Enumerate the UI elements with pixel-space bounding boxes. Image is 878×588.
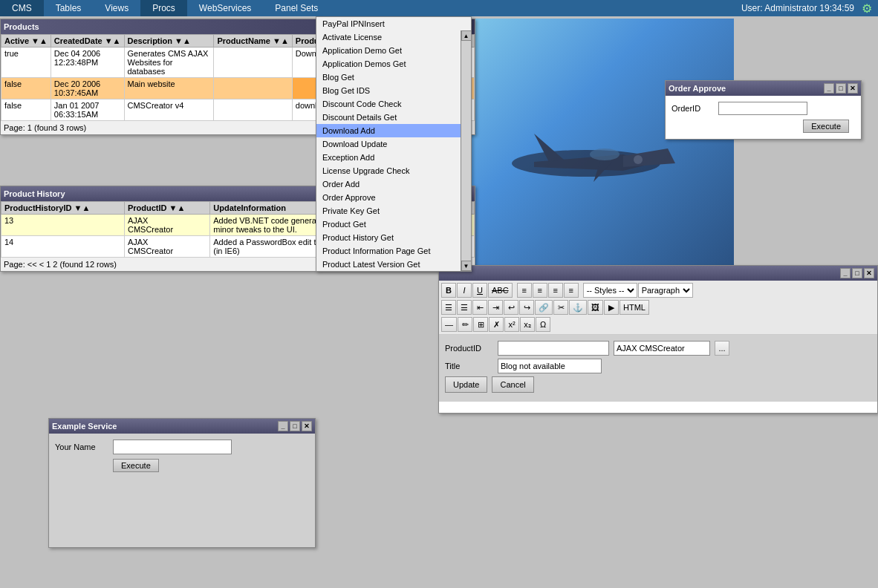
col-productid[interactable]: ProductID ▼▲ — [124, 202, 209, 215]
order-id-label: OrderID — [671, 104, 712, 113]
rtf-align-right-btn[interactable]: ≡ — [548, 283, 563, 298]
product-title-field[interactable] — [498, 359, 602, 373]
menu-exception-add[interactable]: Exception Add — [316, 151, 461, 164]
order-approve-minimize-btn[interactable]: _ — [824, 83, 834, 94]
rtf-image-btn[interactable]: 🖼 — [588, 300, 603, 315]
example-execute-btn[interactable]: Execute — [113, 459, 159, 472]
menu-discount-code-check[interactable]: Discount Code Check — [316, 97, 461, 111]
right-panel-close-btn[interactable]: ✕ — [864, 268, 874, 278]
product-id-field[interactable] — [498, 341, 609, 356]
product-cancel-btn[interactable]: Cancel — [492, 376, 533, 393]
gear-icon[interactable]: ⚙ — [862, 1, 878, 16]
rtf-underline-btn[interactable]: U — [472, 283, 487, 298]
menu-procs[interactable]: Procs — [140, 0, 187, 16]
example-service-minimize-btn[interactable]: _ — [278, 421, 288, 431]
rtf-unlink-btn[interactable]: ✂ — [553, 300, 568, 315]
example-service-title: Example Service — [52, 422, 278, 431]
menu-product-info-page-get[interactable]: Product Information Page Get — [316, 244, 461, 258]
rtf-subscript-btn[interactable]: x₂ — [520, 317, 535, 332]
menu-private-key-get[interactable]: Private Key Get — [316, 204, 461, 218]
menu-download-add[interactable]: Download Add — [316, 124, 461, 137]
menu-order-add[interactable]: Order Add — [316, 177, 461, 191]
svg-point-6 — [590, 148, 620, 160]
cell-hist-id: 14 — [1, 236, 125, 258]
menu-blog-get[interactable]: Blog Get — [316, 71, 461, 84]
product-id-form-row: ProductID ... — [445, 341, 871, 356]
menu-download-update[interactable]: Download Update — [316, 137, 461, 151]
rtf-paragraph-select[interactable]: Paragraph — [638, 283, 693, 298]
menu-cms[interactable]: CMS — [0, 0, 44, 16]
cell-productname — [214, 48, 292, 78]
rtf-outdent-btn[interactable]: ⇤ — [472, 300, 487, 315]
rtf-indent-btn[interactable]: ⇥ — [488, 300, 503, 315]
rtf-link-btn[interactable]: 🔗 — [535, 300, 553, 315]
menu-blog-get-ids[interactable]: Blog Get IDS — [316, 84, 461, 97]
menu-tables[interactable]: Tables — [44, 0, 94, 16]
col-productname[interactable]: ProductName ▼▲ — [214, 35, 292, 48]
cell-active: true — [1, 48, 51, 78]
menu-product-get[interactable]: Product Get — [316, 218, 461, 231]
rtf-anchor-btn[interactable]: ⚓ — [569, 300, 587, 315]
product-id-value-field[interactable] — [614, 341, 710, 356]
rtf-toolbar: B I U ABC ≡ ≡ ≡ ≡ -- Styles -- Paragraph… — [439, 281, 877, 335]
col-active[interactable]: Active ▼▲ — [1, 35, 51, 48]
rtf-del-btn[interactable]: ✗ — [489, 317, 504, 332]
example-service-close-btn[interactable]: ✕ — [302, 421, 312, 431]
rtf-redo-btn[interactable]: ↪ — [519, 300, 534, 315]
rtf-list-ordered-btn[interactable]: ☰ — [457, 300, 472, 315]
product-update-btn[interactable]: Update — [445, 376, 487, 393]
cell-created: Dec 04 200612:23:48PM — [51, 48, 124, 78]
menu-views[interactable]: Views — [93, 0, 140, 16]
rtf-flash-btn[interactable]: ▶ — [604, 300, 619, 315]
rtf-table-btn[interactable]: ⊞ — [473, 317, 488, 332]
example-service-titlebar: Example Service _ □ ✕ — [49, 419, 315, 434]
right-panel-maximize-btn[interactable]: □ — [852, 268, 862, 278]
rtf-undo-btn[interactable]: ↩ — [504, 300, 518, 315]
right-panel-minimize-btn[interactable]: _ — [840, 268, 851, 278]
menu-paypal-ipninsert[interactable]: PayPal IPNInsert — [316, 17, 461, 30]
your-name-input[interactable] — [113, 440, 232, 454]
order-approve-close-btn[interactable]: ✕ — [848, 83, 858, 94]
menu-order-approve[interactable]: Order Approve — [316, 191, 461, 204]
rtf-align-left-btn[interactable]: ≡ — [517, 283, 532, 298]
product-title-label: Title — [445, 362, 493, 370]
menu-discount-details-get[interactable]: Discount Details Get — [316, 111, 461, 124]
rtf-styles-select[interactable]: -- Styles -- — [583, 283, 637, 298]
rtf-italic-btn[interactable]: I — [457, 283, 472, 298]
rtf-strikethrough-btn[interactable]: ABC — [488, 283, 513, 298]
col-description[interactable]: Description ▼▲ — [124, 35, 214, 48]
scroll-up-btn[interactable]: ▲ — [461, 30, 472, 41]
col-createddate[interactable]: CreatedDate ▼▲ — [51, 35, 124, 48]
col-producthistoryid[interactable]: ProductHistoryID ▼▲ — [1, 202, 125, 215]
rtf-align-center-btn[interactable]: ≡ — [533, 283, 547, 298]
menu-panelsets[interactable]: Panel Sets — [263, 0, 330, 16]
cell-description: CMSCreator v4 — [124, 99, 214, 121]
rtf-align-justify-btn[interactable]: ≡ — [564, 283, 579, 298]
rtf-rule-btn[interactable]: — — [441, 317, 457, 332]
product-id-label: ProductID — [445, 344, 493, 353]
your-name-row: Your Name — [55, 440, 309, 454]
rtf-html-btn[interactable]: HTML — [620, 300, 649, 315]
order-approve-maximize-btn[interactable]: □ — [836, 83, 846, 94]
example-service-maximize-btn[interactable]: □ — [290, 421, 300, 431]
rtf-superscript-btn[interactable]: x² — [504, 317, 519, 332]
product-title-form-row: Title — [445, 359, 871, 373]
product-id-browse-btn[interactable]: ... — [715, 341, 729, 356]
order-execute-btn[interactable]: Execute — [803, 120, 849, 133]
rtf-list-unordered-btn[interactable]: ☰ — [441, 300, 456, 315]
order-approve-titlebar: Order Approve _ □ ✕ — [666, 81, 861, 96]
scroll-down-btn[interactable]: ▼ — [461, 261, 472, 271]
menu-webservices[interactable]: WebServices — [187, 0, 263, 16]
menu-activate-license[interactable]: Activate License — [316, 30, 461, 44]
rtf-bold-btn[interactable]: B — [441, 283, 456, 298]
rtf-omega-btn[interactable]: Ω — [536, 317, 550, 332]
rtf-edit-btn[interactable]: ✏ — [458, 317, 472, 332]
dropdown-scrollbar: ▲ ▼ — [461, 30, 471, 271]
svg-point-5 — [634, 155, 643, 164]
menu-application-demo-get[interactable]: Application Demo Get — [316, 44, 461, 57]
menu-license-upgrade-check[interactable]: License Upgrade Check — [316, 164, 461, 177]
menu-product-history-get[interactable]: Product History Get — [316, 231, 461, 244]
menu-product-latest-version-get[interactable]: Product Latest Version Get — [316, 258, 461, 271]
menu-application-demos-get[interactable]: Application Demos Get — [316, 57, 461, 71]
order-id-input[interactable] — [718, 102, 807, 115]
